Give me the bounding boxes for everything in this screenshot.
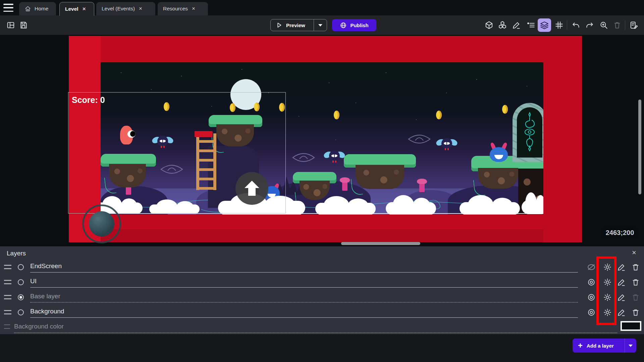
- grid-icon[interactable]: [552, 18, 566, 32]
- tab-level[interactable]: Level ×: [59, 2, 94, 16]
- objects-list-icon[interactable]: [524, 18, 538, 32]
- layer-rename-button[interactable]: [617, 278, 626, 287]
- globe-icon: [340, 22, 347, 29]
- red-frame-top: [69, 36, 582, 62]
- portal-arch-object[interactable]: [513, 103, 547, 162]
- joystick-control-object[interactable]: [82, 204, 121, 243]
- bat-enemy-object[interactable]: [324, 150, 345, 165]
- scene-events-icon[interactable]: [627, 18, 641, 32]
- score-text-object[interactable]: Score: 0: [72, 95, 105, 105]
- red-frame-bottom: [69, 215, 582, 242]
- tab-close-icon[interactable]: ×: [82, 6, 87, 12]
- undo-icon[interactable]: [569, 18, 583, 32]
- bat-enemy-object[interactable]: [436, 137, 458, 152]
- tab-close-icon[interactable]: ×: [138, 5, 143, 12]
- add-layer-button[interactable]: + Add a layer: [573, 339, 636, 353]
- tab-close-icon[interactable]: ×: [191, 5, 196, 12]
- preview-label: Preview: [286, 22, 305, 28]
- drag-handle-icon: [4, 324, 10, 329]
- layer-row: EndScreen: [0, 260, 644, 275]
- layers-panel: Layers × EndScreen UI: [0, 246, 644, 334]
- drag-handle-icon[interactable]: [4, 295, 11, 299]
- background-color-underline: [14, 333, 617, 333]
- toolbar-divider: [567, 20, 567, 30]
- drag-handle-icon[interactable]: [4, 280, 11, 284]
- layer-visibility-toggle[interactable]: [587, 263, 596, 272]
- layer-effects-button[interactable]: [603, 278, 612, 287]
- layer-select-radio[interactable]: [18, 294, 24, 300]
- layer-delete-button: [631, 293, 640, 302]
- layer-select-radio[interactable]: [18, 309, 24, 315]
- joystick-knob: [89, 211, 114, 237]
- add-layer-label: Add a layer: [587, 343, 614, 349]
- tab-label: Resources: [163, 6, 188, 12]
- play-icon: [275, 21, 283, 29]
- layer-select-radio[interactable]: [18, 279, 24, 285]
- red-frame-right: [543, 36, 582, 242]
- layer-rename-button[interactable]: [617, 263, 626, 272]
- tab-label: Level: [65, 6, 78, 12]
- layers-icon[interactable]: [538, 18, 551, 32]
- layer-name-input[interactable]: UI: [30, 278, 578, 288]
- object-cube-icon[interactable]: [482, 18, 496, 32]
- edit-pencil-icon[interactable]: [510, 18, 523, 32]
- layer-visibility-toggle[interactable]: [587, 293, 596, 302]
- layer-delete-button[interactable]: [631, 263, 640, 272]
- add-layer-dropdown[interactable]: [625, 345, 636, 347]
- publish-label: Publish: [350, 22, 368, 28]
- panels-icon[interactable]: [4, 18, 17, 32]
- layer-name-input[interactable]: EndScreen: [30, 262, 578, 273]
- zoom-in-icon[interactable]: [597, 18, 610, 32]
- tab-resources[interactable]: Resources ×: [158, 2, 208, 15]
- portal-inner: [517, 107, 542, 158]
- layer-effects-button[interactable]: [603, 263, 612, 272]
- layer-row: Background: [0, 305, 644, 320]
- layers-panel-title: Layers: [7, 250, 26, 257]
- drag-handle-icon[interactable]: [4, 310, 11, 314]
- layer-rows: EndScreen UI Bas: [0, 260, 644, 320]
- instances-cubes-icon[interactable]: [496, 18, 509, 32]
- layer-delete-button[interactable]: [631, 308, 640, 317]
- toolbar: Preview Publish: [0, 15, 644, 35]
- drag-handle-icon[interactable]: [4, 265, 11, 269]
- cursor-coordinates-badge: 2463;200: [603, 227, 637, 238]
- horizontal-scrollbar[interactable]: [341, 242, 420, 245]
- layer-name-input[interactable]: Background: [30, 308, 578, 318]
- layer-effects-button[interactable]: [603, 293, 612, 302]
- platform-object[interactable]: [344, 154, 416, 198]
- jump-button-object[interactable]: [235, 172, 268, 205]
- tab-home[interactable]: Home ×: [19, 2, 56, 15]
- tab-level-events[interactable]: Level (Events) ×: [96, 2, 155, 15]
- publish-button[interactable]: Publish: [332, 19, 376, 31]
- up-arrow-icon: [245, 181, 259, 196]
- tab-bar: Home × Level × Level (Events) × Resource…: [0, 0, 644, 15]
- save-icon[interactable]: [17, 18, 30, 32]
- layer-visibility-toggle[interactable]: [587, 278, 596, 287]
- hamburger-menu-icon[interactable]: [3, 4, 13, 12]
- close-icon[interactable]: ×: [632, 248, 636, 257]
- layer-rename-button[interactable]: [617, 308, 626, 317]
- layer-select-radio[interactable]: [18, 264, 24, 270]
- trash-icon: [610, 18, 624, 32]
- bottom-bar: + Add a layer: [0, 334, 644, 362]
- preview-dropdown[interactable]: [314, 24, 327, 26]
- horned-monster-object[interactable]: [490, 142, 508, 162]
- background-color-label: Background color: [14, 323, 64, 330]
- tab-label: Level (Events): [102, 6, 135, 12]
- home-icon: [24, 5, 31, 12]
- redo-icon[interactable]: [583, 18, 596, 32]
- chevron-down-icon: [629, 345, 633, 347]
- portal-ornament: [520, 111, 540, 154]
- layer-effects-button[interactable]: [603, 308, 612, 317]
- chevron-down-icon: [318, 24, 322, 26]
- layer-name-input[interactable]: Base layer: [30, 293, 578, 303]
- layer-visibility-toggle[interactable]: [587, 308, 596, 317]
- layer-delete-button[interactable]: [631, 278, 640, 287]
- layer-rename-button[interactable]: [617, 293, 626, 302]
- background-color-swatch[interactable]: [621, 321, 641, 331]
- preview-button[interactable]: Preview: [270, 19, 327, 31]
- tab-label: Home: [35, 6, 48, 12]
- background-color-row: Background color: [0, 320, 644, 334]
- vertical-scrollbar[interactable]: [638, 100, 641, 194]
- scene-canvas[interactable]: Score: 0 2463;200: [0, 35, 644, 246]
